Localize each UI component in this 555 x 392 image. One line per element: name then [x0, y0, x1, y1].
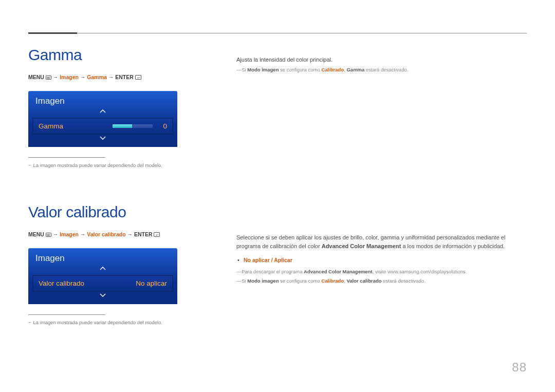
section-title-valor: Valor calibrado: [28, 203, 224, 221]
breadcrumb-path-imagen: Imagen: [60, 74, 79, 80]
enter-icon: [135, 75, 141, 80]
section-valor-calibrado: Valor calibrado MENU → Imagen → Valor ca…: [28, 203, 224, 326]
breadcrumb-path-imagen: Imagen: [60, 231, 79, 237]
menu-item-valor[interactable]: Valor calibrado No aplicar: [32, 275, 173, 292]
menu-card-header: Imagen: [28, 248, 177, 266]
header-rule: [28, 33, 527, 33]
chevron-down-icon: [99, 292, 106, 297]
right-block-gamma: Ajusta la intensidad del color principal…: [236, 46, 527, 74]
breadcrumb-gamma: MENU → Imagen → Gamma → ENTER: [28, 73, 224, 82]
breadcrumb-enter-label: ENTER: [115, 74, 134, 80]
breadcrumb-path-valor: Valor calibrado: [87, 231, 125, 237]
gamma-note: Si Modo imagen se configura como Calibra…: [236, 66, 527, 74]
footnote-valor: La imagen mostrada puede variar dependie…: [28, 319, 224, 326]
menu-item-value: No aplicar: [136, 279, 167, 287]
page-number: 88: [512, 360, 527, 375]
menu-item-gamma[interactable]: Gamma 0: [32, 118, 173, 135]
valor-options-bullet: No aplicar / Aplicar: [236, 256, 527, 264]
menu-icon: [46, 233, 51, 237]
footnote-gamma: La imagen mostrada puede variar dependie…: [28, 162, 224, 169]
left-column: Gamma MENU → Imagen → Gamma → ENTER Imag…: [28, 46, 224, 364]
right-block-valor: Seleccione si se deben aplicar los ajust…: [236, 233, 527, 285]
menu-item-value: 0: [157, 122, 167, 130]
valor-note-download: Para descargar el programa Advanced Colo…: [236, 268, 527, 276]
menu-down-arrow[interactable]: [28, 292, 177, 301]
gamma-description: Ajusta la intensidad del color principal…: [236, 55, 527, 64]
menu-down-arrow[interactable]: [28, 135, 177, 144]
menu-up-arrow[interactable]: [28, 266, 177, 275]
menu-card-valor: Imagen Valor calibrado No aplicar: [28, 248, 177, 304]
chevron-up-icon: [99, 109, 106, 114]
valor-note-disabled: Si Modo imagen se configura como Calibra…: [236, 277, 527, 285]
breadcrumb-menu-label: MENU: [28, 231, 44, 237]
breadcrumb-valor: MENU → Imagen → Valor calibrado → ENTER: [28, 230, 224, 239]
page-content: Gamma MENU → Imagen → Gamma → ENTER Imag…: [28, 46, 527, 364]
breadcrumb-menu-label: MENU: [28, 74, 44, 80]
chevron-down-icon: [99, 135, 106, 140]
footnote-rule: [28, 157, 105, 158]
breadcrumb-path-gamma: Gamma: [87, 74, 107, 80]
header-accent: [28, 32, 77, 34]
menu-card-header: Imagen: [28, 91, 177, 108]
valor-description: Seleccione si se deben aplicar los ajust…: [236, 233, 527, 251]
chevron-up-icon: [99, 266, 106, 271]
menu-up-arrow[interactable]: [28, 108, 177, 118]
menu-item-label: Gamma: [39, 122, 63, 130]
gamma-slider-bar[interactable]: [113, 124, 153, 128]
footnote-rule: [28, 314, 105, 315]
section-title-gamma: Gamma: [28, 46, 224, 64]
right-column: Ajusta la intensidad del color principal…: [236, 46, 527, 364]
menu-icon: [46, 76, 51, 80]
menu-item-label: Valor calibrado: [39, 279, 84, 287]
enter-icon: [154, 232, 160, 237]
menu-card-gamma: Imagen Gamma 0: [28, 91, 177, 147]
breadcrumb-enter-label: ENTER: [134, 231, 153, 237]
